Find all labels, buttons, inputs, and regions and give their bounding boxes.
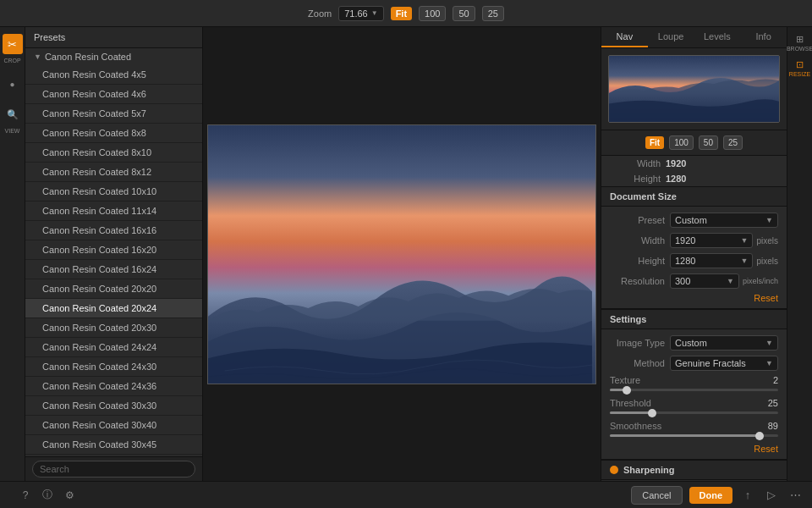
smoothness-label: Smoothness: [610, 421, 661, 431]
list-item[interactable]: Canon Resin Coated 20x20: [25, 279, 202, 299]
doc-height-input[interactable]: 1280 ▼: [670, 253, 753, 268]
image-type-label: Image Type: [610, 338, 665, 348]
list-item[interactable]: Canon Resin Coated 30x40: [25, 416, 202, 435]
threshold-track[interactable]: [610, 411, 778, 414]
smoothness-track[interactable]: [610, 434, 778, 437]
right-50-button[interactable]: 50: [699, 135, 718, 150]
sand-dunes-svg: [208, 241, 592, 384]
preset-label: Preset: [610, 215, 665, 225]
document-size-header: Document Size: [601, 186, 787, 207]
list-item[interactable]: Canon Resin Coated 8x10: [25, 143, 202, 163]
list-item[interactable]: Canon Resin Coated 24x30: [25, 357, 202, 377]
list-item[interactable]: Canon Resin Coated 20x24: [25, 299, 202, 318]
more-button[interactable]: ⋯: [787, 487, 804, 504]
thumbnail-svg: [609, 56, 779, 122]
sharpening-header[interactable]: Sharpening: [601, 460, 787, 480]
settings-button[interactable]: ⚙: [61, 487, 78, 504]
crop-tool-btn[interactable]: ✂: [3, 34, 23, 54]
image-type-row: Image Type Custom ▼: [601, 333, 787, 353]
right-100-button[interactable]: 100: [669, 135, 694, 150]
right-fit-button[interactable]: Fit: [645, 136, 664, 149]
cancel-button[interactable]: Cancel: [631, 486, 682, 505]
list-item[interactable]: Canon Resin Coated 4x5: [25, 65, 202, 85]
left-sidebar: ✂ CROP ● 🔍 VIEW Presets ▼ Canon Resin Co…: [0, 27, 203, 481]
sidebar-content: ✂ CROP ● 🔍 VIEW Presets ▼ Canon Resin Co…: [0, 27, 202, 481]
preset-arrow-icon: ▼: [765, 216, 773, 224]
right-25-button[interactable]: 25: [723, 135, 743, 150]
preset-select[interactable]: Custom ▼: [670, 213, 778, 228]
method-label: Method: [610, 358, 665, 368]
presets-title: Presets: [34, 32, 65, 42]
method-row: Method Genuine Fractals ▼: [601, 353, 787, 373]
resize-button[interactable]: ⊡ RESIZE: [788, 56, 812, 80]
list-item[interactable]: Canon Resin Coated 4x6: [25, 85, 202, 104]
group-arrow-icon: ▼: [34, 52, 41, 61]
doc-size-reset[interactable]: Reset: [601, 291, 787, 305]
resolution-input[interactable]: 300 ▼: [670, 273, 739, 289]
list-item[interactable]: Canon Resin Coated 10x10: [25, 182, 202, 202]
preset-row: Preset Custom ▼: [601, 210, 787, 230]
fit-button[interactable]: Fit: [391, 7, 412, 20]
doc-height-row: Height 1280 ▼ pixels: [601, 251, 787, 271]
doc-width-input[interactable]: 1920 ▼: [670, 233, 753, 248]
zoom-label: Zoom: [308, 8, 332, 19]
tab-info[interactable]: Info: [740, 27, 787, 47]
presets-panel: Presets ▼ Canon Resin Coated Canon Resin…: [25, 27, 202, 481]
list-item[interactable]: Canon Resin Coated 20x30: [25, 318, 202, 338]
done-button[interactable]: Done: [689, 487, 733, 504]
texture-value: 2: [773, 375, 778, 385]
method-arrow-icon: ▼: [765, 359, 773, 367]
tool-panel: ✂ CROP ● 🔍 VIEW: [0, 27, 25, 481]
list-item[interactable]: Canon Resin Coated 30x45: [25, 435, 202, 455]
info-button[interactable]: ⓘ: [39, 487, 56, 504]
threshold-fill: [610, 411, 652, 414]
doc-height-label: Height: [610, 256, 665, 266]
zoom-100-button[interactable]: 100: [419, 6, 446, 21]
thumbnail: [608, 55, 780, 123]
presets-list: Canon Resin Coated 4x5Canon Resin Coated…: [25, 65, 202, 456]
height-unit: pixels: [756, 257, 778, 266]
resolution-row: Resolution 300 ▼ pixels/inch: [601, 271, 787, 291]
browse-button[interactable]: ⊞ BROWSE: [788, 30, 812, 54]
list-item[interactable]: Canon Resin Coated 16x16: [25, 221, 202, 240]
search-tool-btn[interactable]: 🔍: [3, 104, 23, 124]
search-input[interactable]: [32, 461, 195, 478]
smoothness-slider-row: Smoothness 89: [601, 419, 787, 442]
threshold-label: Threshold: [610, 398, 651, 408]
resize-label: RESIZE: [789, 71, 810, 77]
image-type-select[interactable]: Custom ▼: [670, 335, 778, 351]
bottom-toolbar: ? ⓘ ⚙ Cancel Done ↑ ▷ ⋯: [0, 481, 812, 508]
list-item[interactable]: Canon Resin Coated 24x24: [25, 338, 202, 357]
tab-nav[interactable]: Nav: [601, 27, 648, 47]
presets-group-header[interactable]: ▼ Canon Resin Coated: [25, 48, 202, 65]
help-button[interactable]: ?: [17, 487, 34, 504]
presets-header: Presets: [25, 27, 202, 48]
texture-thumb[interactable]: [623, 386, 631, 395]
list-item[interactable]: Canon Resin Coated 8x12: [25, 163, 202, 182]
top-toolbar: Zoom 71.66 ▼ Fit 100 50 25: [0, 0, 812, 27]
list-item[interactable]: Canon Resin Coated 11x14: [25, 202, 202, 221]
list-item[interactable]: Canon Resin Coated 8x8: [25, 124, 202, 143]
settings-reset[interactable]: Reset: [601, 442, 787, 456]
list-item[interactable]: Canon Resin Coated 16x24: [25, 260, 202, 279]
threshold-thumb[interactable]: [648, 409, 656, 417]
height-row: Height 1280: [601, 171, 787, 186]
method-select[interactable]: Genuine Fractals ▼: [670, 356, 778, 371]
zoom-display[interactable]: 71.66 ▼: [338, 6, 383, 21]
color-tool-btn[interactable]: ●: [3, 74, 23, 94]
zoom-25-button[interactable]: 25: [482, 6, 504, 21]
list-item[interactable]: Canon Resin Coated 30x30: [25, 396, 202, 416]
doc-width-value: 1920: [675, 235, 695, 246]
share-button[interactable]: ▷: [763, 487, 780, 504]
list-item[interactable]: Canon Resin Coated 16x20: [25, 240, 202, 260]
export-button[interactable]: ↑: [739, 487, 756, 504]
list-item[interactable]: Canon Resin Coated 24x36: [25, 377, 202, 396]
texture-track[interactable]: [610, 389, 778, 391]
smoothness-thumb[interactable]: [755, 432, 764, 440]
height-label: Height: [610, 174, 661, 184]
tab-loupe[interactable]: Loupe: [648, 27, 694, 47]
zoom-50-button[interactable]: 50: [453, 6, 475, 21]
list-item[interactable]: Canon Resin Coated 5x7: [25, 104, 202, 124]
tab-levels[interactable]: Levels: [694, 27, 741, 47]
width-label: Width: [610, 158, 661, 168]
